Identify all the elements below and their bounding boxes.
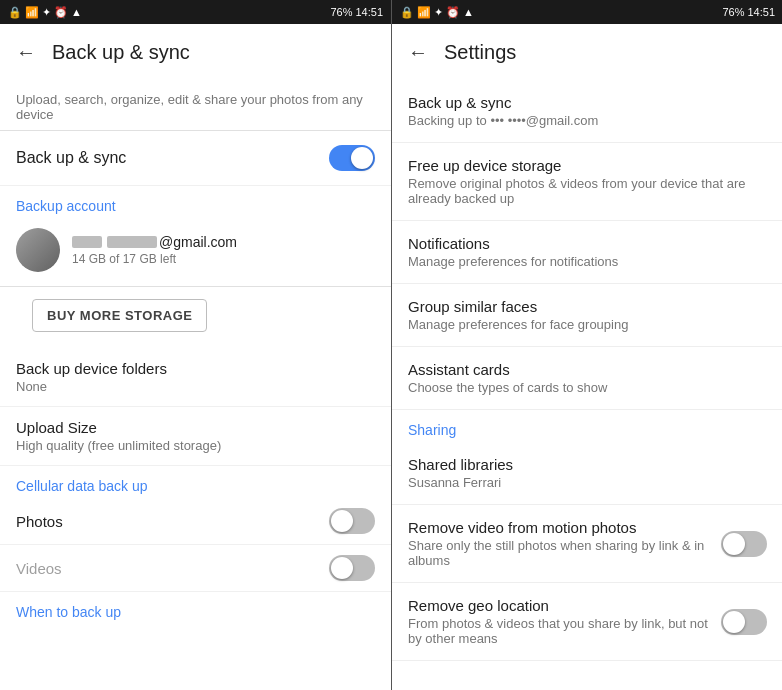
right-header: ← Settings	[392, 24, 782, 80]
account-row: @gmail.com 14 GB of 17 GB left	[0, 218, 391, 287]
settings-faces-sub: Manage preferences for face grouping	[408, 317, 767, 332]
right-panel: 🔒 📶 ✦ ⏰ ▲ 76% 14:51 ← Settings Back up &…	[392, 0, 782, 690]
buy-storage-container: BUY MORE STORAGE	[0, 287, 391, 348]
device-folders-value: None	[16, 379, 375, 394]
remove-video-title: Remove video from motion photos	[408, 519, 713, 536]
signal-bars-r: ▲	[463, 6, 474, 18]
account-info: @gmail.com 14 GB of 17 GB left	[72, 234, 375, 266]
backup-sync-row: Back up & sync	[0, 131, 391, 186]
remove-video-text: Remove video from motion photos Share on…	[408, 519, 721, 568]
avatar-image	[16, 228, 60, 272]
signal-icon: 🔒	[8, 6, 22, 19]
buy-storage-button[interactable]: BUY MORE STORAGE	[32, 299, 207, 332]
alarm-icon-r: ⏰	[446, 6, 460, 19]
left-header: ← Back up & sync	[0, 24, 391, 80]
bt-icon: ✦	[42, 6, 51, 19]
wifi-icon-r: 📶	[417, 6, 431, 19]
settings-faces-title: Group similar faces	[408, 298, 767, 315]
backup-account-link[interactable]: Backup account	[0, 186, 391, 218]
videos-toggle[interactable]	[329, 555, 375, 581]
videos-left: Videos	[16, 560, 329, 577]
settings-remove-geo: Remove geo location From photos & videos…	[392, 583, 782, 661]
remove-geo-sub: From photos & videos that you share by l…	[408, 616, 713, 646]
time-right: 14:51	[747, 6, 775, 18]
status-icons-left: 🔒 📶 ✦ ⏰ ▲	[8, 6, 82, 19]
status-icons-right: 76% 14:51	[330, 6, 383, 18]
right-content: Back up & sync Backing up to ••• ••••@gm…	[392, 80, 782, 690]
settings-backup-sync[interactable]: Back up & sync Backing up to ••• ••••@gm…	[392, 80, 782, 143]
email-blur-2	[107, 236, 157, 248]
videos-label: Videos	[16, 560, 329, 577]
settings-assistant-title: Assistant cards	[408, 361, 767, 378]
photos-row: Photos	[0, 498, 391, 545]
remove-video-sub: Share only the still photos when sharing…	[408, 538, 713, 568]
email-domain: @gmail.com	[159, 234, 237, 250]
signal-icon-r: 🔒	[400, 6, 414, 19]
account-storage: 14 GB of 17 GB left	[72, 252, 375, 266]
settings-remove-video: Remove video from motion photos Share on…	[392, 505, 782, 583]
left-page-title: Back up & sync	[52, 41, 190, 64]
account-email: @gmail.com	[72, 234, 375, 250]
left-panel: 🔒 📶 ✦ ⏰ ▲ 76% 14:51 ← Back up & sync Upl…	[0, 0, 391, 690]
battery-level: 76%	[330, 6, 352, 18]
sharing-header: Sharing	[392, 410, 782, 442]
avatar	[16, 228, 60, 272]
settings-shared-sub: Susanna Ferrari	[408, 475, 767, 490]
alarm-icon: ⏰	[54, 6, 68, 19]
right-page-title: Settings	[444, 41, 516, 64]
backup-sync-toggle[interactable]	[329, 145, 375, 171]
status-bar-left: 🔒 📶 ✦ ⏰ ▲ 76% 14:51	[0, 0, 391, 24]
videos-row: Videos	[0, 545, 391, 592]
status-bar-right: 🔒 📶 ✦ ⏰ ▲ 76% 14:51	[392, 0, 782, 24]
settings-free-title: Free up device storage	[408, 157, 767, 174]
photos-toggle[interactable]	[329, 508, 375, 534]
settings-backup-sub: Backing up to ••• ••••@gmail.com	[408, 113, 767, 128]
remove-geo-toggle[interactable]	[721, 609, 767, 635]
settings-shared-libraries[interactable]: Shared libraries Susanna Ferrari	[392, 442, 782, 505]
photos-label: Photos	[16, 513, 329, 530]
device-folders-item[interactable]: Back up device folders None	[0, 348, 391, 407]
settings-assistant[interactable]: Assistant cards Choose the types of card…	[392, 347, 782, 410]
settings-assistant-sub: Choose the types of cards to show	[408, 380, 767, 395]
settings-free-sub: Remove original photos & videos from you…	[408, 176, 767, 206]
back-button-left[interactable]: ←	[16, 41, 36, 64]
battery-level-r: 76%	[722, 6, 744, 18]
wifi-icon: 📶	[25, 6, 39, 19]
time-left: 14:51	[355, 6, 383, 18]
when-to-backup-link[interactable]: When to back up	[0, 592, 391, 624]
photos-left: Photos	[16, 513, 329, 530]
cellular-backup-link[interactable]: Cellular data back up	[0, 466, 391, 498]
settings-backup-title: Back up & sync	[408, 94, 767, 111]
bt-icon-r: ✦	[434, 6, 443, 19]
description-text: Upload, search, organize, edit & share y…	[0, 80, 391, 131]
status-icons-right-r: 76% 14:51	[722, 6, 775, 18]
settings-notif-sub: Manage preferences for notifications	[408, 254, 767, 269]
upload-size-value: High quality (free unlimited storage)	[16, 438, 375, 453]
remove-video-toggle[interactable]	[721, 531, 767, 557]
remove-geo-title: Remove geo location	[408, 597, 713, 614]
upload-size-title: Upload Size	[16, 419, 375, 436]
backup-sync-label: Back up & sync	[16, 149, 126, 167]
settings-shared-title: Shared libraries	[408, 456, 767, 473]
signal-bars: ▲	[71, 6, 82, 18]
upload-size-item[interactable]: Upload Size High quality (free unlimited…	[0, 407, 391, 466]
settings-notifications[interactable]: Notifications Manage preferences for not…	[392, 221, 782, 284]
status-icons-left-r: 🔒 📶 ✦ ⏰ ▲	[400, 6, 474, 19]
back-button-right[interactable]: ←	[408, 41, 428, 64]
settings-notif-title: Notifications	[408, 235, 767, 252]
settings-group-faces[interactable]: Group similar faces Manage preferences f…	[392, 284, 782, 347]
settings-free-storage[interactable]: Free up device storage Remove original p…	[392, 143, 782, 221]
left-content: Upload, search, organize, edit & share y…	[0, 80, 391, 690]
remove-geo-text: Remove geo location From photos & videos…	[408, 597, 721, 646]
device-folders-title: Back up device folders	[16, 360, 375, 377]
email-blur-1	[72, 236, 102, 248]
